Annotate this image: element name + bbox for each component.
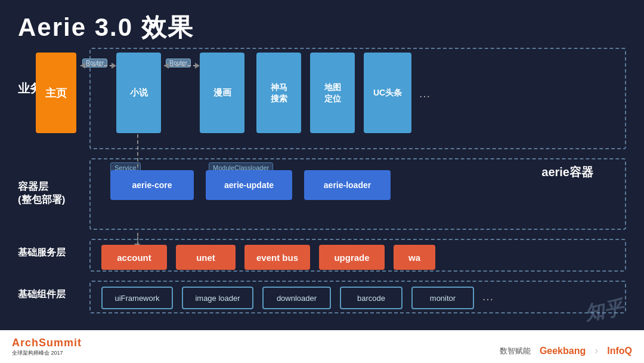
main-page-box: 主页 xyxy=(36,53,76,133)
wa-box: wa xyxy=(394,245,435,270)
bottom-right-logos: 数智赋能 Geekbang › InfoQ xyxy=(500,344,632,357)
geekbang-logo: Geekbang xyxy=(540,346,586,356)
component-dots: … xyxy=(482,290,494,303)
service-layer-label: 基础服务层 xyxy=(18,247,66,259)
arrow-novel-manga xyxy=(164,65,197,66)
page-title: Aerie 3.0 效果 xyxy=(18,11,194,44)
manga-box: 漫画 xyxy=(200,53,244,133)
aerie-core-box: aerie-core xyxy=(110,170,194,200)
arrow-right-2 xyxy=(195,63,200,69)
upgrade-box: upgrade xyxy=(319,245,385,270)
map-box: 地图定位 xyxy=(310,53,355,133)
aerie-loader-box: aerie-loader xyxy=(304,170,391,200)
monitor-box: monitor xyxy=(411,287,474,309)
novel-box: 小说 xyxy=(116,53,161,133)
diagram: 业务层 容器层 (整包部署) 基础服务层 基础组件层 aerie容器 主页 Ro… xyxy=(18,48,626,327)
arch-subtitle: 全球架构师峰会 2017 xyxy=(12,349,63,357)
uc-box: UC头条 xyxy=(364,53,411,133)
account-box: account xyxy=(101,245,167,270)
arrow-main-novel xyxy=(80,65,113,66)
container-layer-label: 容器层 (整包部署) xyxy=(18,180,65,207)
image-loader-box: image loader xyxy=(182,287,253,309)
unet-box: unet xyxy=(176,245,236,270)
aerie-update-box: aerie-update xyxy=(206,170,292,200)
downloader-box: downloader xyxy=(262,287,331,309)
logo-divider: › xyxy=(595,344,598,357)
uiframework-box: uiFramework xyxy=(101,287,173,309)
bottom-separator: 数智赋能 xyxy=(500,346,531,356)
biz-dots: … xyxy=(419,87,431,100)
arch-title: ArchSummit xyxy=(12,337,82,349)
component-layer-label: 基础组件层 xyxy=(18,288,66,301)
arrow-left-2 xyxy=(164,63,169,69)
barcode-box: barcode xyxy=(340,287,402,309)
infoq-logo: InfoQ xyxy=(607,346,632,356)
arrow-right-1 xyxy=(112,63,116,69)
vert-line-2 xyxy=(137,233,138,245)
bottom-bar: ArchSummit 全球架构师峰会 2017 数智赋能 Geekbang › … xyxy=(0,330,644,363)
arch-logo: ArchSummit 全球架构师峰会 2017 xyxy=(12,337,82,357)
aerie-container-label: aerie容器 xyxy=(541,164,593,180)
event-bus-box: event bus xyxy=(244,245,310,270)
arrow-left-1 xyxy=(80,63,85,69)
shenma-box: 神马搜索 xyxy=(256,53,301,133)
